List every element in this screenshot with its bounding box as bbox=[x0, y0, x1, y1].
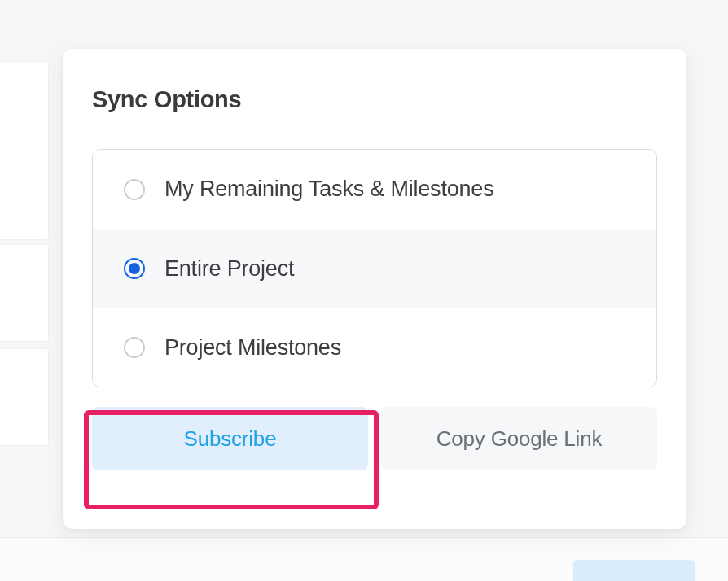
button-row: Subscribe Copy Google Link bbox=[92, 407, 657, 470]
sync-option-group: My Remaining Tasks & Milestones Entire P… bbox=[92, 149, 657, 387]
option-label: My Remaining Tasks & Milestones bbox=[164, 177, 493, 202]
radio-icon bbox=[124, 337, 145, 358]
option-my-remaining-tasks[interactable]: My Remaining Tasks & Milestones bbox=[93, 150, 656, 229]
background-card bbox=[0, 244, 49, 342]
option-entire-project[interactable]: Entire Project bbox=[93, 229, 656, 308]
copy-google-link-button[interactable]: Copy Google Link bbox=[381, 407, 657, 470]
option-label: Entire Project bbox=[164, 256, 294, 282]
subscribe-button[interactable]: Subscribe bbox=[92, 407, 368, 470]
option-label: Project Milestones bbox=[164, 335, 341, 360]
radio-icon bbox=[124, 179, 145, 200]
radio-icon bbox=[124, 258, 145, 279]
sync-options-panel: Sync Options My Remaining Tasks & Milest… bbox=[63, 49, 686, 529]
option-project-milestones[interactable]: Project Milestones bbox=[93, 308, 656, 387]
background-card bbox=[0, 348, 49, 446]
panel-title: Sync Options bbox=[92, 86, 657, 113]
background-card bbox=[0, 61, 49, 240]
background-button-slice bbox=[573, 560, 695, 581]
